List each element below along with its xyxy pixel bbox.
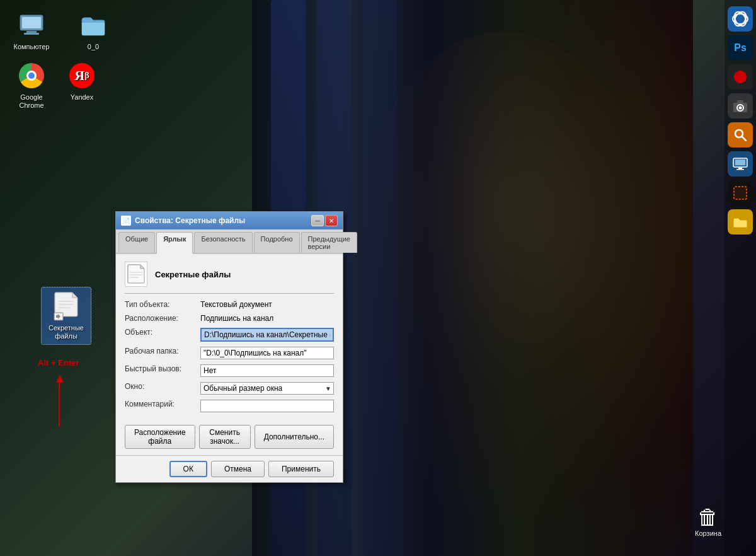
sidebar-icon-1[interactable] — [728, 6, 753, 32]
dialog-tabs: Общие Ярлык Безопасность Подробно Предыд… — [116, 229, 343, 254]
prop-row-target: Объект: — [125, 328, 334, 342]
dialog-title: Свойства: Секретные файлы — [135, 216, 245, 225]
dialog-titlebar: 📄 Свойства: Секретные файлы ─ ✕ — [116, 212, 343, 229]
prop-value-location: Подпишись на канал — [200, 314, 334, 323]
prop-row-window: Окно: Обычный размер окна Свернутое окно… — [125, 382, 334, 395]
svg-rect-1 — [22, 17, 41, 28]
svg-rect-20 — [738, 168, 742, 169]
dialog-content: Секретные файлы Тип объекта: Текстовый д… — [116, 254, 343, 425]
svg-rect-21 — [736, 169, 744, 170]
window-select[interactable]: Обычный размер окна Свернутое окно Разве… — [200, 382, 334, 395]
folder-icon-label: 0_0 — [88, 43, 99, 51]
comment-input[interactable] — [200, 400, 334, 412]
prop-row-type: Тип объекта: Текстовый документ — [125, 300, 334, 309]
recycle-bin-icon: 🗑 — [697, 505, 719, 530]
prop-value-window: Обычный размер окна Свернутое окно Разве… — [200, 382, 334, 395]
workdir-input[interactable] — [200, 347, 334, 359]
prop-row-workdir: Рабочая папка: — [125, 347, 334, 359]
recycle-bin-label: Корзина — [695, 530, 721, 537]
file-header: Секретные файлы — [125, 262, 334, 294]
prop-row-location: Расположение: Подпишись на канал — [125, 314, 334, 323]
titlebar-close-button[interactable]: ✕ — [325, 215, 338, 226]
prop-label-target: Объект: — [125, 328, 200, 337]
tab-details[interactable]: Подробно — [254, 232, 300, 253]
recycle-bin[interactable]: 🗑 Корзина — [695, 505, 721, 537]
cancel-button[interactable]: Отмена — [211, 461, 265, 477]
chrome-icon-label: Google Chrome — [10, 93, 53, 110]
prop-label-hotkey: Быстрый вызов: — [125, 364, 200, 373]
tab-general[interactable]: Общие — [118, 232, 155, 253]
prop-value-type: Текстовый документ — [200, 300, 334, 309]
computer-icon-label: Компьютер — [14, 43, 50, 51]
folder-icon — [78, 10, 108, 40]
prop-label-window: Окно: — [125, 382, 200, 391]
svg-rect-15 — [737, 100, 743, 103]
file-header-name: Секретные файлы — [155, 270, 231, 279]
file-location-button[interactable]: Расположение файла — [125, 425, 195, 449]
svg-point-11 — [732, 10, 748, 28]
svg-point-14 — [739, 107, 742, 110]
sidebar-icon-record[interactable] — [728, 64, 753, 90]
prop-value-hotkey — [200, 364, 334, 377]
annotation-text: Alt + Enter — [38, 358, 79, 368]
yandex-icon-wrapper: Яβ — [67, 61, 97, 91]
dialog-title-icon: 📄 — [121, 216, 131, 226]
desktop-yandex-area: Яβ Yandex — [57, 57, 107, 110]
sidebar-icon-search[interactable] — [728, 122, 753, 148]
prop-label-type: Тип объекта: — [125, 300, 200, 309]
prop-label-comment: Комментарий: — [125, 400, 200, 408]
prop-value-workdir — [200, 347, 334, 359]
hotkey-input[interactable] — [200, 364, 334, 377]
desktop-icon-chrome[interactable]: Google Chrome — [6, 57, 57, 113]
svg-rect-22 — [734, 187, 747, 199]
yandex-icon-label: Yandex — [71, 93, 94, 101]
tab-prev-versions[interactable]: Предыдущие версии — [301, 232, 357, 253]
dialog-footer: ОК Отмена Применить — [116, 455, 343, 482]
sidebar-icon-selection[interactable] — [728, 180, 753, 206]
chrome-icon-wrapper — [16, 61, 47, 91]
tab-security[interactable]: Безопасность — [194, 232, 252, 253]
titlebar-left: 📄 Свойства: Секретные файлы — [121, 216, 245, 226]
computer-icon — [16, 10, 47, 40]
desktop-icon-secret-files[interactable]: Секретные файлы — [41, 287, 91, 345]
prop-row-hotkey: Быстрый вызов: — [125, 364, 334, 377]
right-sidebar: Ps — [724, 0, 756, 556]
prop-value-comment — [200, 400, 334, 412]
prop-value-target — [200, 328, 334, 342]
secret-files-icon — [51, 291, 81, 321]
sidebar-icon-camera[interactable] — [728, 93, 753, 119]
secret-files-icon-label: Секретные файлы — [45, 324, 87, 340]
dialog-action-buttons: Расположение файла Сменить значок... Доп… — [116, 425, 343, 455]
svg-rect-19 — [735, 159, 745, 165]
desktop-icon-folder[interactable]: 0_0 — [68, 6, 118, 55]
desktop-icon-computer[interactable]: Компьютер — [6, 6, 57, 55]
target-input[interactable] — [200, 328, 334, 342]
prop-label-workdir: Рабочая папка: — [125, 347, 200, 356]
file-header-icon — [125, 262, 147, 287]
prop-label-location: Расположение: — [125, 314, 200, 323]
tab-shortcut[interactable]: Ярлык — [156, 232, 193, 254]
prop-row-comment: Комментарий: — [125, 400, 334, 412]
desktop-secret-files-area: Секретные файлы — [41, 287, 91, 350]
desktop-chrome-area: Google Chrome — [6, 57, 57, 119]
titlebar-minimize-button[interactable]: ─ — [311, 215, 324, 226]
change-icon-button[interactable]: Сменить значок... — [199, 425, 251, 449]
sidebar-icon-photoshop[interactable]: Ps — [728, 35, 753, 61]
sidebar-icon-monitor[interactable] — [728, 151, 753, 177]
titlebar-buttons: ─ ✕ — [311, 215, 338, 226]
svg-line-17 — [742, 137, 746, 141]
sidebar-icon-folder[interactable] — [728, 209, 753, 235]
svg-rect-2 — [26, 31, 37, 33]
apply-button[interactable]: Применить — [268, 461, 334, 477]
ok-button[interactable]: ОК — [169, 461, 207, 477]
advanced-button[interactable]: Дополнительно... — [255, 425, 334, 449]
properties-dialog: 📄 Свойства: Секретные файлы ─ ✕ Общие Яр… — [115, 211, 343, 483]
desktop-icon-yandex[interactable]: Яβ Yandex — [57, 57, 107, 105]
annotation-arrow — [55, 375, 60, 427]
svg-rect-3 — [24, 33, 39, 35]
